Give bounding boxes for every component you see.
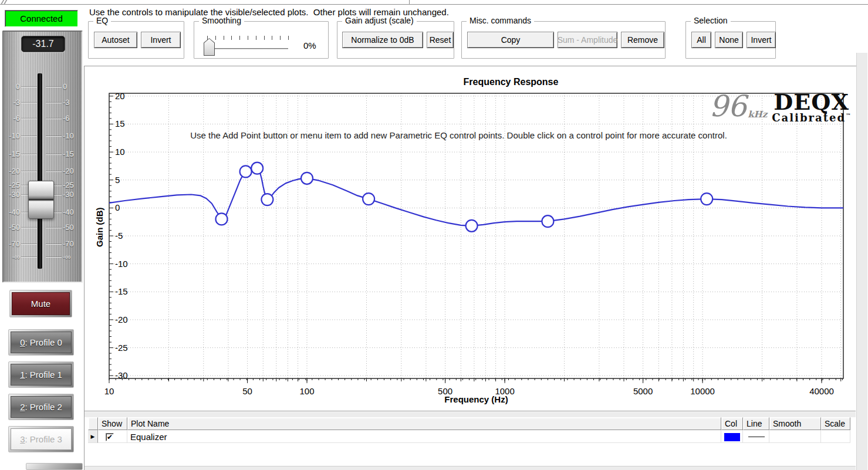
- color-swatch[interactable]: [724, 433, 740, 441]
- fader-scale-tick: [21, 228, 37, 228]
- misc-commands-remove-button[interactable]: Remove: [621, 32, 664, 48]
- fader-scale-tick: [46, 103, 62, 103]
- fader-scale-label: -70: [63, 239, 74, 248]
- smoothing-slider-track[interactable]: [207, 48, 288, 50]
- profile-button-frame: 1: Profile 1: [8, 361, 74, 388]
- column-header-col[interactable]: Col: [721, 417, 743, 430]
- eq-control-point[interactable]: [701, 193, 712, 205]
- plot-table: ShowPlot NameColLineSmoothScale▶✔Equaliz…: [88, 417, 851, 443]
- scale-cell[interactable]: [821, 430, 850, 443]
- series-equalizer: [109, 163, 843, 232]
- gain-adjust-scale-reset-button[interactable]: Reset: [427, 32, 454, 48]
- fader-scale-label: -30: [63, 190, 74, 199]
- table-row[interactable]: ▶✔Equalizer: [88, 430, 851, 443]
- group-eq-title: EQ: [93, 16, 111, 25]
- y-tick-label: 15: [115, 119, 125, 129]
- eq-control-point[interactable]: [542, 215, 553, 227]
- eq-control-point[interactable]: [261, 194, 273, 205]
- brand-subtitle: Calibrated™: [772, 111, 851, 124]
- fader-scale-label: 0: [16, 82, 20, 91]
- y-tick-label: -20: [115, 315, 128, 324]
- fader-scale-label: -∞: [63, 252, 71, 261]
- fader-scale-tick: [46, 119, 62, 119]
- color-cell[interactable]: [721, 430, 743, 443]
- volume-fader-thumb[interactable]: [28, 181, 54, 219]
- fader-scale-label: 0: [63, 82, 67, 91]
- plot-name-cell[interactable]: Equalizer: [127, 430, 721, 443]
- smoothing-slider-thumb[interactable]: [204, 38, 215, 56]
- row-selector[interactable]: ▶: [88, 430, 98, 443]
- selection-all-button[interactable]: All: [691, 32, 711, 48]
- fader-scale-label: -3: [13, 98, 20, 107]
- misc-commands-copy-button[interactable]: Copy: [467, 32, 554, 48]
- fader-scale-tick: [46, 171, 62, 172]
- fader-scale-label: -30: [9, 190, 20, 199]
- cutoff-button-edge: [26, 463, 83, 470]
- group-smoothing: Smoothing 0%: [194, 21, 329, 59]
- right-gutter: [856, 53, 868, 470]
- column-header-scale[interactable]: Scale: [821, 417, 850, 430]
- column-header-line[interactable]: Line: [743, 417, 769, 430]
- line-style-sample: [748, 437, 765, 437]
- selection-invert-button[interactable]: Invert: [747, 32, 776, 48]
- eq-control-point[interactable]: [216, 213, 228, 225]
- fader-scale-label: -70: [9, 239, 20, 248]
- smooth-cell[interactable]: [769, 430, 821, 443]
- eq-invert-button[interactable]: Invert: [141, 32, 181, 48]
- profile-3-button[interactable]: 3: Profile 3: [11, 428, 72, 450]
- eq-control-point[interactable]: [363, 193, 374, 205]
- y-tick-label: 5: [115, 175, 120, 185]
- y-tick-label: 0: [115, 202, 120, 212]
- misc-commands-sum-amplitude-button[interactable]: Sum - Amplitude: [558, 32, 617, 48]
- fader-scale-tick: [21, 171, 37, 172]
- column-header-smooth[interactable]: Smooth: [769, 417, 821, 430]
- eq-autoset-button[interactable]: Autoset: [94, 32, 137, 48]
- fader-scale-tick: [46, 136, 62, 137]
- eq-control-point[interactable]: [240, 165, 252, 177]
- fader-scale-label: -40: [63, 208, 74, 217]
- profile-button-frame: 2: Profile 2: [8, 394, 74, 420]
- fader-scale-label: -50: [63, 223, 74, 232]
- fader-scale-label: -10: [9, 131, 20, 140]
- column-header-show[interactable]: Show: [98, 417, 127, 430]
- fader-scale-label: -25: [9, 181, 20, 190]
- y-tick-label: -10: [115, 259, 128, 269]
- fader-scale-label: -20: [63, 167, 74, 175]
- chart-title: Frequency Response: [144, 77, 868, 87]
- eq-control-point[interactable]: [301, 173, 313, 184]
- plot-list-bottom-strip: [85, 466, 856, 470]
- y-tick-label: 20: [115, 91, 125, 101]
- fader-scale-label: -20: [9, 167, 20, 175]
- column-header-plot-name[interactable]: Plot Name: [127, 417, 721, 430]
- y-tick-label: -25: [115, 343, 128, 353]
- profile-0-button[interactable]: 0: Profile 0: [11, 332, 72, 353]
- deqx-watermark: 96 kHz DEQX Calibrated™: [675, 92, 851, 124]
- fader-scale-tick: [21, 257, 37, 258]
- profile-1-button[interactable]: 1: Profile 1: [11, 364, 72, 386]
- plot-list-top-strip: [85, 411, 856, 417]
- fader-scale-label: -15: [63, 150, 74, 158]
- group-gain-adjust-title: Gain adjust (scale): [342, 16, 417, 25]
- splitter-tick: [409, 0, 410, 5]
- top-splitter[interactable]: [0, 0, 868, 7]
- fader-scale-label: -15: [9, 150, 20, 158]
- show-checkbox[interactable]: ✔: [106, 433, 114, 441]
- smoothing-value: 0%: [303, 40, 316, 50]
- fader-scale-label: -∞: [12, 252, 20, 261]
- volume-fader-scale: 00-3-3-6-6-10-10-15-15-20-20-25-25-30-30…: [2, 31, 80, 280]
- eq-control-point[interactable]: [466, 220, 478, 232]
- fader-scale-tick: [21, 87, 37, 87]
- fader-scale-tick: [46, 87, 62, 87]
- line-style-cell[interactable]: [743, 430, 769, 443]
- fader-scale-tick: [46, 228, 62, 228]
- gain-adjust-scale-normalize-to-0db-button[interactable]: Normalize to 0dB: [342, 32, 423, 48]
- smoothing-slider-thumb-face: [204, 39, 214, 55]
- selection-none-button[interactable]: None: [715, 32, 743, 48]
- mute-button[interactable]: Mute: [12, 292, 70, 315]
- profile-2-button[interactable]: 2: Profile 2: [11, 396, 72, 418]
- fader-scale-label: -10: [63, 131, 74, 140]
- fader-scale-label: -3: [63, 98, 70, 107]
- eq-control-point[interactable]: [251, 163, 263, 174]
- splitter-rule: [0, 4, 868, 5]
- fader-scale-tick: [46, 244, 62, 245]
